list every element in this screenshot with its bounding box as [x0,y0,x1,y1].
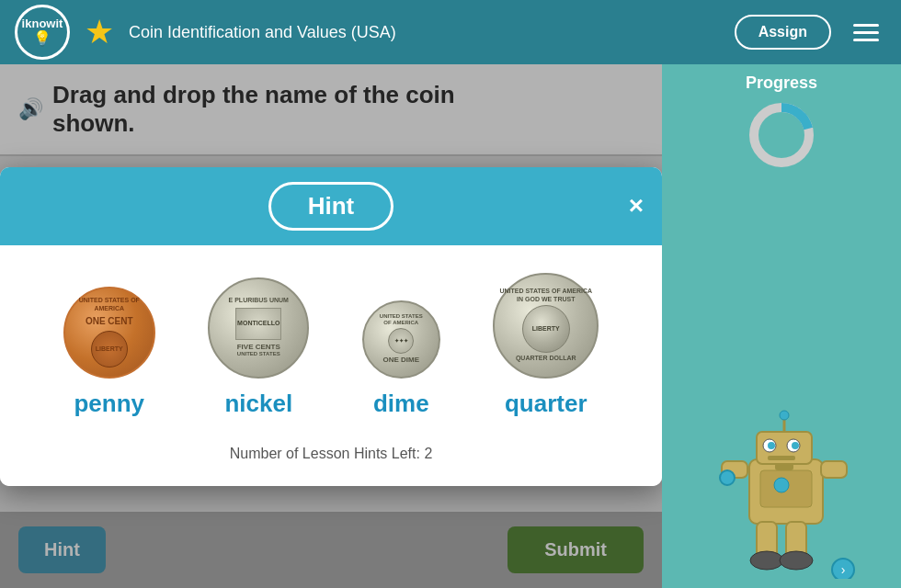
svg-point-13 [774,478,789,492]
svg-point-16 [720,470,735,485]
assign-button[interactable]: Assign [735,15,831,50]
content-area: 🔊 Drag and drop the name of the coin sho… [0,64,662,588]
progress-label: Progress [746,74,817,93]
quarter-label: quarter [505,390,587,418]
progress-svg [745,98,818,172]
hint-modal: Hint × UNITED STATES OF AMERICA ONE CENT [0,167,662,486]
coin-item-penny: UNITED STATES OF AMERICA ONE CENT LIBERT… [63,287,155,418]
svg-point-9 [780,411,789,420]
hints-left: Number of Lesson Hints Left: 2 [37,436,625,468]
modal-title-wrap: Hint [268,182,394,231]
nickel-coin-image: E PLURIBUS UNUM MONTICELLO FIVE CENTS UN… [208,277,309,379]
menu-line-3 [853,39,879,41]
header: iknowit 💡 ★ Coin Identification and Valu… [0,0,901,64]
svg-rect-15 [821,461,847,478]
svg-rect-10 [768,456,795,460]
logo-text: iknowit [22,17,63,29]
quarter-coin-detail: UNITED STATES OF AMERICA IN GOD WE TRUST… [495,275,597,377]
svg-rect-11 [775,463,793,470]
robot-svg: › [694,377,869,579]
svg-point-20 [780,551,813,570]
menu-line-2 [853,31,879,34]
sidebar: Progress [662,64,901,588]
modal-title: Hint [308,192,355,220]
bulb-icon: 💡 [33,29,51,47]
modal-close-button[interactable]: × [629,191,644,220]
modal-header: Hint × [0,167,662,245]
coin-item-dime: UNITED STATES OF AMERICA ✦✦✦ ONE DIME di… [362,300,440,418]
penny-label: penny [74,390,144,418]
coins-row: UNITED STATES OF AMERICA ONE CENT LIBERT… [37,273,625,418]
penny-coin-detail: UNITED STATES OF AMERICA ONE CENT LIBERT… [65,288,154,377]
dime-coin-detail: UNITED STATES OF AMERICA ✦✦✦ ONE DIME [364,302,439,377]
lesson-title: Coin Identification and Values (USA) [129,23,720,42]
nickel-label: nickel [224,390,292,418]
menu-button[interactable] [846,17,886,49]
logo: iknowit 💡 [15,5,70,60]
quarter-coin-image: UNITED STATES OF AMERICA IN GOD WE TRUST… [493,273,599,379]
modal-body: UNITED STATES OF AMERICA ONE CENT LIBERT… [0,245,662,486]
svg-point-7 [792,442,799,449]
progress-circle [745,98,818,172]
modal-overlay: Hint × UNITED STATES OF AMERICA ONE CENT [0,64,662,588]
coin-item-nickel: E PLURIBUS UNUM MONTICELLO FIVE CENTS UN… [208,277,309,418]
svg-point-19 [750,551,783,570]
svg-point-6 [768,442,775,449]
main-area: 🔊 Drag and drop the name of the coin sho… [0,64,901,588]
nickel-coin-detail: E PLURIBUS UNUM MONTICELLO FIVE CENTS UN… [210,279,307,377]
coin-item-quarter: UNITED STATES OF AMERICA IN GOD WE TRUST… [493,273,599,418]
dime-label: dime [373,390,429,418]
star-icon: ★ [85,13,114,51]
dime-coin-image: UNITED STATES OF AMERICA ✦✦✦ ONE DIME [362,300,440,379]
penny-coin-image: UNITED STATES OF AMERICA ONE CENT LIBERT… [63,287,155,379]
menu-line-1 [853,24,879,27]
robot-container: › [694,172,869,579]
svg-text:›: › [841,562,846,577]
